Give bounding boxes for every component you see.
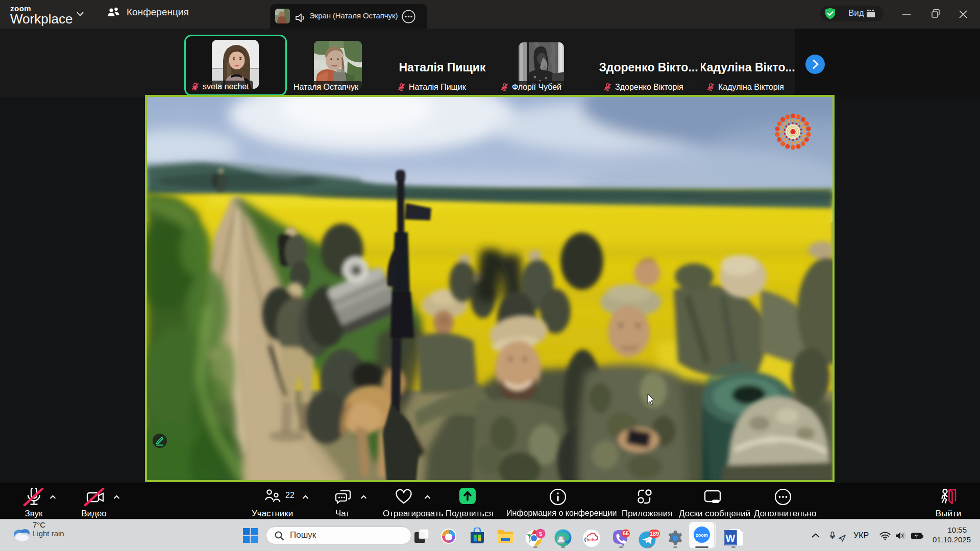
svg-text:zoom: zoom <box>696 533 708 538</box>
svg-text:189: 189 <box>650 531 659 537</box>
svg-text:s: s <box>539 530 543 537</box>
svg-text:helsi: helsi <box>586 537 596 542</box>
svg-text:66: 66 <box>623 530 629 536</box>
svg-text:W: W <box>726 533 736 544</box>
